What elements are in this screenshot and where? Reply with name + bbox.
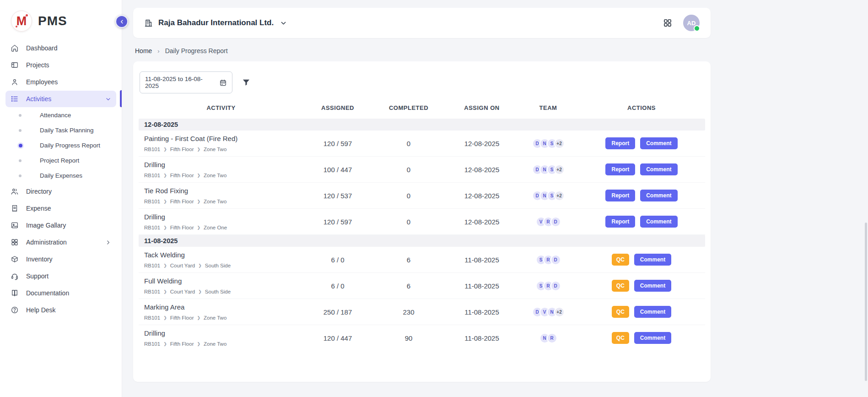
team-avatars: DNS+2 [518, 164, 578, 175]
dashboard-icon [10, 44, 19, 53]
sidebar-subitem-daily-task-planning[interactable]: Daily Task Planning [5, 123, 116, 138]
comment-button[interactable]: Comment [634, 306, 671, 318]
sidebar-collapse-button[interactable] [115, 15, 128, 28]
team-member-avatar[interactable]: D [550, 217, 561, 227]
path-segment: Zone Two [204, 341, 226, 347]
report-button[interactable]: Report [605, 216, 635, 228]
projects-icon [10, 60, 19, 70]
path-segment: Fifth Floor [170, 341, 194, 347]
comment-button[interactable]: Comment [640, 163, 677, 175]
sidebar-item-label: Administration [26, 239, 67, 246]
user-avatar[interactable]: AD [683, 15, 700, 31]
filter-funnel-icon[interactable] [242, 78, 251, 87]
team-extra-count[interactable]: +2 [554, 164, 565, 175]
sidebar-item-image-gallary[interactable]: Image Gallary [5, 217, 116, 234]
table-row: Painting - First Coat (Fire Red)RB101❯Fi… [139, 131, 705, 157]
comment-button[interactable]: Comment [634, 280, 671, 292]
assign-on-value: 12-08-2025 [445, 166, 518, 174]
chevron-right-icon: ❯ [197, 315, 200, 320]
column-header-completed: COMPLETED [372, 104, 445, 111]
row-actions: QCComment [578, 332, 705, 344]
apps-grid-icon[interactable] [663, 18, 672, 27]
vertical-scrollbar[interactable] [865, 223, 867, 381]
team-avatars: VRD [518, 217, 578, 227]
assigned-value: 100 / 447 [303, 166, 372, 174]
breadcrumb-current: Daily Progress Report [165, 47, 228, 54]
sidebar-item-label: Documentation [26, 289, 69, 297]
calendar-icon [219, 79, 227, 87]
sidebar-item-directory[interactable]: Directory [5, 183, 116, 200]
completed-value: 6 [372, 282, 445, 290]
activity-title: Full Welding [144, 277, 303, 285]
sidebar-subitem-project-report[interactable]: Project Report [5, 153, 116, 168]
path-segment: RB101 [144, 315, 160, 321]
sidebar-item-dashboard[interactable]: Dashboard [5, 40, 116, 56]
report-button[interactable]: Report [605, 163, 635, 175]
comment-button[interactable]: Comment [640, 137, 677, 149]
sidebar-item-help-desk[interactable]: Help Desk [5, 302, 116, 318]
path-segment: Fifth Floor [170, 315, 194, 321]
gallery-icon [10, 221, 19, 230]
chevron-right-icon: ❯ [163, 147, 167, 152]
content-card: 11-08-2025 to 16-08-2025 ACTIVITY ASSIGN… [133, 61, 711, 382]
qc-button[interactable]: QC [612, 332, 629, 344]
report-button[interactable]: Report [605, 137, 635, 149]
sidebar-item-label: Employees [26, 78, 58, 86]
team-extra-count[interactable]: +2 [554, 190, 565, 201]
sidebar-item-activities[interactable]: Activities [5, 91, 116, 107]
sidebar-item-expense[interactable]: Expense [5, 200, 116, 217]
team-extra-count[interactable]: +2 [554, 307, 565, 317]
expense-icon [10, 204, 19, 213]
sidebar-item-label: Support [26, 272, 49, 280]
sidebar-item-documentation[interactable]: Documentation [5, 285, 116, 301]
assigned-value: 120 / 447 [303, 334, 372, 342]
path-segment: Fifth Floor [170, 147, 194, 152]
completed-value: 0 [372, 140, 445, 147]
sidebar-subitem-attendance[interactable]: Attendance [5, 108, 116, 123]
row-actions: ReportComment [578, 216, 705, 228]
chevron-right-icon: ❯ [163, 199, 167, 204]
breadcrumb-home[interactable]: Home [135, 47, 152, 54]
sidebar-item-administration[interactable]: Administration [5, 234, 116, 250]
qc-button[interactable]: QC [612, 280, 629, 292]
path-segment: RB101 [144, 225, 160, 230]
path-segment: Fifth Floor [170, 225, 194, 230]
comment-button[interactable]: Comment [640, 216, 677, 228]
assign-on-value: 12-08-2025 [445, 192, 518, 200]
row-actions: ReportComment [578, 163, 705, 175]
chevron-right-icon: ❯ [197, 147, 200, 152]
comment-button[interactable]: Comment [634, 332, 671, 344]
bullet-dot-icon [19, 159, 22, 162]
chevron-right-icon: ❯ [163, 225, 167, 230]
comment-button[interactable]: Comment [640, 190, 677, 201]
team-member-avatar[interactable]: R [547, 333, 557, 343]
team-extra-count[interactable]: +2 [554, 138, 565, 149]
sidebar-subitem-daily-progress-report[interactable]: Daily Progress Report [5, 138, 116, 153]
team-member-avatar[interactable]: D [550, 281, 561, 291]
path-segment: Court Yard [170, 263, 195, 268]
qc-button[interactable]: QC [612, 306, 629, 318]
path-segment: Court Yard [170, 289, 195, 294]
employees-icon [10, 77, 19, 87]
report-button[interactable]: Report [605, 190, 635, 201]
sidebar: M PMS DashboardProjectsEmployeesActiviti… [0, 0, 122, 397]
sidebar-item-inventory[interactable]: Inventory [5, 251, 116, 267]
comment-button[interactable]: Comment [634, 254, 671, 266]
date-range-input[interactable]: 11-08-2025 to 16-08-2025 [140, 71, 232, 93]
activity-title: Drilling [144, 329, 303, 337]
row-actions: QCComment [578, 254, 705, 266]
team-member-avatar[interactable]: D [550, 255, 561, 265]
sidebar-subitem-daily-expenses[interactable]: Daily Expenses [5, 168, 116, 183]
sidebar-item-employees[interactable]: Employees [5, 74, 116, 90]
chevron-right-icon: ❯ [197, 225, 200, 230]
qc-button[interactable]: QC [612, 254, 629, 266]
path-segment: RB101 [144, 147, 160, 152]
table-row: Full WeldingRB101❯Court Yard❯South Side6… [139, 273, 705, 299]
activity-title: Painting - First Coat (Fire Red) [144, 135, 303, 142]
sidebar-item-support[interactable]: Support [5, 268, 116, 284]
assigned-value: 120 / 537 [303, 192, 372, 200]
activity-cell: DrillingRB101❯Fifth Floor❯Zone One [139, 213, 303, 230]
activity-cell: Full WeldingRB101❯Court Yard❯South Side [139, 277, 303, 294]
sidebar-item-projects[interactable]: Projects [5, 57, 116, 73]
company-selector[interactable]: Raja Bahadur International Ltd. [144, 18, 287, 27]
